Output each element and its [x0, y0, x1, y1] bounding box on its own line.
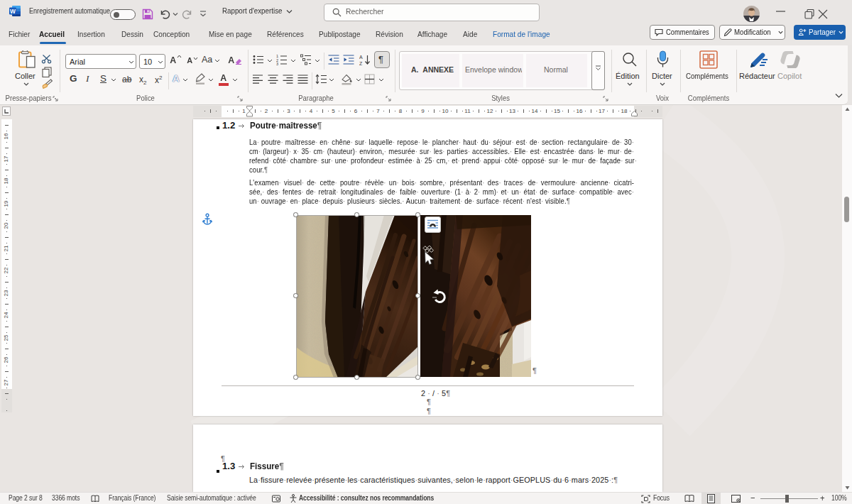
svg-text:Z: Z [359, 61, 363, 66]
svg-text:3: 3 [276, 62, 278, 65]
svg-text:A: A [359, 55, 363, 60]
svg-text:W: W [10, 8, 16, 15]
